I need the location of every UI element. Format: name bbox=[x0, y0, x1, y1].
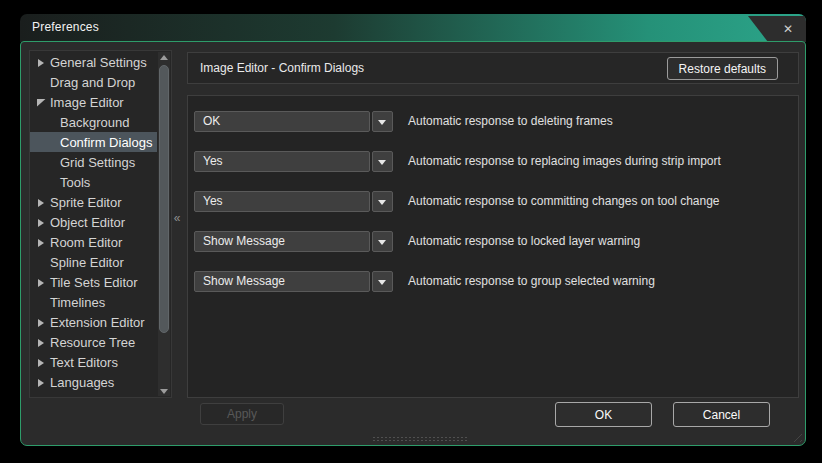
setting-label: Automatic response to deleting frames bbox=[408, 111, 613, 132]
sidebar-item-label: Languages bbox=[50, 375, 114, 390]
chevron-right-icon bbox=[37, 358, 46, 367]
sidebar-item-label: Text Editors bbox=[50, 355, 118, 370]
dropdown-committing-changes[interactable]: Yes bbox=[194, 191, 370, 212]
sidebar-item-object-editor[interactable]: Object Editor bbox=[30, 212, 157, 232]
sidebar-item-resource-tree[interactable]: Resource Tree bbox=[30, 332, 157, 352]
dropdown-value: Yes bbox=[203, 152, 223, 171]
no-icon bbox=[37, 298, 46, 307]
sidebar-item-drag-and-drop[interactable]: Drag and Drop bbox=[30, 72, 157, 92]
sidebar-item-label: General Settings bbox=[50, 55, 147, 70]
dropdown-value: Yes bbox=[203, 192, 223, 211]
drag-handle-dots[interactable] bbox=[372, 436, 468, 442]
cancel-button[interactable]: Cancel bbox=[673, 402, 770, 427]
resize-grip[interactable] bbox=[790, 430, 802, 442]
chevron-right-icon bbox=[37, 378, 46, 387]
dropdown-arrow-button[interactable] bbox=[372, 271, 393, 292]
dropdown-deleting-frames[interactable]: OK bbox=[194, 111, 370, 132]
sidebar-item-label: Resource Tree bbox=[50, 335, 135, 350]
chevron-expanded-icon bbox=[37, 98, 46, 107]
restore-defaults-button[interactable]: Restore defaults bbox=[667, 57, 778, 80]
sidebar-item-label: Object Editor bbox=[50, 215, 125, 230]
dropdown-arrow-button[interactable] bbox=[372, 191, 393, 212]
sidebar-item-sprite-editor[interactable]: Sprite Editor bbox=[30, 192, 157, 212]
sidebar-item-grid-settings[interactable]: Grid Settings bbox=[30, 152, 157, 172]
sidebar-item-languages[interactable]: Languages bbox=[30, 372, 157, 392]
chevron-down-icon bbox=[378, 160, 386, 165]
setting-row: Yes Automatic response to committing cha… bbox=[194, 191, 792, 212]
dropdown-arrow-button[interactable] bbox=[372, 151, 393, 172]
settings-tree-panel: General Settings Drag and Drop Image Edi… bbox=[29, 50, 172, 398]
chevron-right-icon bbox=[37, 58, 46, 67]
sidebar-collapse-handle[interactable]: « bbox=[171, 210, 183, 226]
sidebar-item-background[interactable]: Background bbox=[30, 112, 157, 132]
screen-background: Preferences ✕ General Settings Drag and … bbox=[0, 0, 822, 463]
ok-button[interactable]: OK bbox=[555, 402, 652, 427]
apply-button[interactable]: Apply bbox=[200, 403, 284, 425]
sidebar-item-tools[interactable]: Tools bbox=[30, 172, 157, 192]
section-header-panel: Image Editor - Confirm Dialogs Restore d… bbox=[187, 52, 799, 84]
sidebar-item-label: Sprite Editor bbox=[50, 195, 122, 210]
sidebar-item-room-editor[interactable]: Room Editor bbox=[30, 232, 157, 252]
setting-label: Automatic response to locked layer warni… bbox=[408, 231, 640, 252]
close-button[interactable]: ✕ bbox=[748, 16, 806, 42]
sidebar-item-label: Background bbox=[60, 115, 129, 130]
dialog-body: General Settings Drag and Drop Image Edi… bbox=[20, 41, 806, 446]
chevron-right-icon bbox=[37, 318, 46, 327]
chevron-right-icon bbox=[37, 238, 46, 247]
dropdown-arrow-button[interactable] bbox=[372, 111, 393, 132]
chevron-right-icon bbox=[37, 218, 46, 227]
sidebar-item-spline-editor[interactable]: Spline Editor bbox=[30, 252, 157, 272]
sidebar-item-label: Extension Editor bbox=[50, 315, 145, 330]
sidebar-item-tile-sets-editor[interactable]: Tile Sets Editor bbox=[30, 272, 157, 292]
chevron-down-icon bbox=[378, 120, 386, 125]
sidebar-item-image-editor[interactable]: Image Editor bbox=[30, 92, 157, 112]
sidebar-item-text-editors[interactable]: Text Editors bbox=[30, 352, 157, 372]
chevron-down-icon bbox=[378, 200, 386, 205]
sidebar-item-general-settings[interactable]: General Settings bbox=[30, 52, 157, 72]
window-title: Preferences bbox=[32, 14, 99, 41]
setting-label: Automatic response to group selected war… bbox=[408, 271, 655, 292]
setting-label: Automatic response to committing changes… bbox=[408, 191, 720, 212]
chevron-right-icon bbox=[37, 338, 46, 347]
scroll-up-icon[interactable] bbox=[158, 52, 170, 63]
chevron-down-icon bbox=[378, 240, 386, 245]
dropdown-replacing-images[interactable]: Yes bbox=[194, 151, 370, 172]
dropdown-group-selected[interactable]: Show Message bbox=[194, 271, 370, 292]
close-icon: ✕ bbox=[783, 23, 793, 35]
dropdown-value: Show Message bbox=[203, 272, 285, 291]
settings-tree: General Settings Drag and Drop Image Edi… bbox=[30, 52, 157, 392]
chevron-down-icon bbox=[378, 280, 386, 285]
dropdown-value: OK bbox=[203, 112, 220, 131]
setting-row: Yes Automatic response to replacing imag… bbox=[194, 151, 792, 172]
sidebar-item-label: Tools bbox=[60, 175, 90, 190]
dropdown-value: Show Message bbox=[203, 232, 285, 251]
preferences-dialog: Preferences ✕ General Settings Drag and … bbox=[20, 14, 806, 446]
sidebar-item-label: Spline Editor bbox=[50, 255, 124, 270]
sidebar-item-label: Confirm Dialogs bbox=[60, 135, 152, 150]
setting-label: Automatic response to replacing images d… bbox=[408, 151, 721, 172]
sidebar-item-timelines[interactable]: Timelines bbox=[30, 292, 157, 312]
dropdown-locked-layer[interactable]: Show Message bbox=[194, 231, 370, 252]
sidebar-item-label: Timelines bbox=[50, 295, 105, 310]
setting-row: Show Message Automatic response to locke… bbox=[194, 231, 792, 252]
page-title: Image Editor - Confirm Dialogs bbox=[200, 53, 364, 83]
sidebar-item-label: Drag and Drop bbox=[50, 75, 135, 90]
titlebar[interactable]: Preferences ✕ bbox=[20, 14, 806, 42]
scroll-down-icon[interactable] bbox=[158, 385, 170, 396]
sidebar-item-extension-editor[interactable]: Extension Editor bbox=[30, 312, 157, 332]
sidebar-item-label: Image Editor bbox=[50, 95, 124, 110]
dropdown-arrow-button[interactable] bbox=[372, 231, 393, 252]
setting-row: Show Message Automatic response to group… bbox=[194, 271, 792, 292]
scrollbar-thumb[interactable] bbox=[159, 65, 169, 333]
no-icon bbox=[37, 78, 46, 87]
no-icon bbox=[37, 258, 46, 267]
sidebar-item-label: Room Editor bbox=[50, 235, 122, 250]
chevron-right-icon bbox=[37, 198, 46, 207]
confirm-dialogs-panel: OK Automatic response to deleting frames… bbox=[187, 95, 799, 398]
chevron-right-icon bbox=[37, 278, 46, 287]
sidebar-item-label: Tile Sets Editor bbox=[50, 275, 138, 290]
sidebar-item-confirm-dialogs[interactable]: Confirm Dialogs bbox=[30, 132, 157, 152]
tree-scrollbar[interactable] bbox=[158, 52, 170, 396]
sidebar-item-label: Grid Settings bbox=[60, 155, 135, 170]
setting-row: OK Automatic response to deleting frames bbox=[194, 111, 792, 132]
